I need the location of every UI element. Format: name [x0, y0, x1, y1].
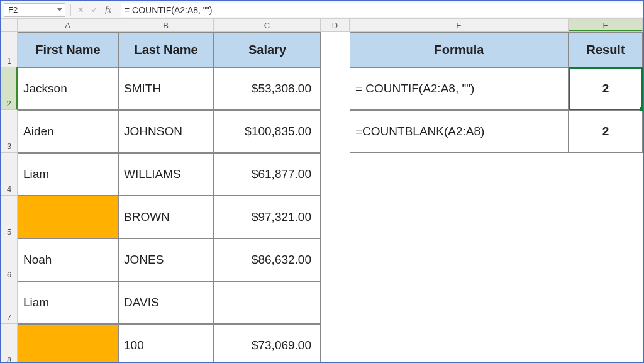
row-1: 1 First Name Last Name Salary Formula Re…	[1, 32, 643, 67]
row-header-1[interactable]: 1	[1, 32, 18, 67]
column-headers: A B C D E F	[1, 19, 643, 32]
row-4: 4 Liam WILLIAMS $61,877.00	[1, 153, 643, 196]
row-header-8[interactable]: 8	[1, 324, 18, 363]
cell-D8[interactable]	[321, 324, 350, 363]
col-header-B[interactable]: B	[118, 19, 214, 31]
cell-C2[interactable]: $53,308.00	[214, 67, 321, 110]
formula-input[interactable]: = COUNTIF(A2:A8, "")	[121, 3, 643, 17]
header-formula[interactable]: Formula	[350, 32, 569, 67]
cell-D6[interactable]	[321, 238, 350, 281]
cell-E6[interactable]	[350, 238, 569, 281]
cell-B6[interactable]: JONES	[118, 238, 214, 281]
col-header-E[interactable]: E	[350, 19, 569, 31]
cell-F2[interactable]: 2	[569, 67, 643, 110]
row-8: 8 100 $73,069.00	[1, 324, 643, 363]
cell-B2[interactable]: SMITH	[118, 67, 214, 110]
name-box-value: F2	[8, 5, 18, 14]
cell-D3[interactable]	[321, 110, 350, 153]
cell-D4[interactable]	[321, 153, 350, 196]
chevron-down-icon[interactable]	[57, 8, 62, 11]
fx-icon[interactable]: fx	[101, 3, 115, 17]
cell-A7[interactable]: Liam	[18, 281, 118, 324]
row-header-3[interactable]: 3	[1, 110, 18, 153]
cell-B8[interactable]: 100	[118, 324, 214, 363]
row-6: 6 Noah JONES $86,632.00	[1, 238, 643, 281]
name-box[interactable]: F2	[4, 3, 65, 17]
cell-C5[interactable]: $97,321.00	[214, 196, 321, 238]
cancel-icon[interactable]: ✕	[74, 3, 87, 17]
cell-C3[interactable]: $100,835.00	[214, 110, 321, 153]
col-header-D[interactable]: D	[321, 19, 350, 31]
cell-E2[interactable]: = COUNTIF(A2:A8, "")	[350, 67, 569, 110]
cell-D5[interactable]	[321, 196, 350, 238]
cell-F7[interactable]	[569, 281, 643, 324]
cell-E7[interactable]	[350, 281, 569, 324]
cell-B5[interactable]: BROWN	[118, 196, 214, 238]
separator	[118, 4, 118, 16]
header-last-name[interactable]: Last Name	[118, 32, 214, 67]
row-header-6[interactable]: 6	[1, 238, 18, 281]
header-result[interactable]: Result	[569, 32, 643, 67]
row-header-2[interactable]: 2	[1, 67, 18, 110]
cell-E5[interactable]	[350, 196, 569, 238]
row-2: 2 Jackson SMITH $53,308.00 = COUNTIF(A2:…	[1, 67, 643, 110]
cell-E4[interactable]	[350, 153, 569, 196]
cell-A8[interactable]	[18, 324, 118, 363]
cell-A4[interactable]: Liam	[18, 153, 118, 196]
row-header-5[interactable]: 5	[1, 196, 18, 238]
cell-D1[interactable]	[321, 32, 350, 67]
row-7: 7 Liam DAVIS	[1, 281, 643, 324]
row-header-7[interactable]: 7	[1, 281, 18, 324]
cell-F6[interactable]	[569, 238, 643, 281]
col-header-A[interactable]: A	[18, 19, 118, 31]
cell-A3[interactable]: Aiden	[18, 110, 118, 153]
cell-E3[interactable]: =COUNTBLANK(A2:A8)	[350, 110, 569, 153]
cell-F8[interactable]	[569, 324, 643, 363]
spreadsheet-grid: A B C D E F 1 First Name Last Name Salar…	[1, 19, 643, 363]
col-header-C[interactable]: C	[214, 19, 321, 31]
formula-bar: F2 ✕ ✓ fx = COUNTIF(A2:A8, "")	[1, 1, 643, 19]
cell-D2[interactable]	[321, 67, 350, 110]
header-first-name[interactable]: First Name	[18, 32, 118, 67]
enter-icon[interactable]: ✓	[87, 3, 101, 17]
row-5: 5 BROWN $97,321.00	[1, 196, 643, 238]
cell-A6[interactable]: Noah	[18, 238, 118, 281]
cell-C7[interactable]	[214, 281, 321, 324]
row-3: 3 Aiden JOHNSON $100,835.00 =COUNTBLANK(…	[1, 110, 643, 153]
cell-F3[interactable]: 2	[569, 110, 643, 153]
row-header-4[interactable]: 4	[1, 153, 18, 196]
select-all-corner[interactable]	[1, 19, 18, 31]
cell-C8[interactable]: $73,069.00	[214, 324, 321, 363]
cell-A2[interactable]: Jackson	[18, 67, 118, 110]
cell-C6[interactable]: $86,632.00	[214, 238, 321, 281]
cell-B3[interactable]: JOHNSON	[118, 110, 214, 153]
rows: 1 First Name Last Name Salary Formula Re…	[1, 32, 643, 363]
col-header-F[interactable]: F	[569, 19, 643, 31]
cell-B7[interactable]: DAVIS	[118, 281, 214, 324]
cell-F5[interactable]	[569, 196, 643, 238]
cell-A5[interactable]	[18, 196, 118, 238]
cell-F4[interactable]	[569, 153, 643, 196]
cell-D7[interactable]	[321, 281, 350, 324]
separator	[70, 4, 71, 16]
cell-B4[interactable]: WILLIAMS	[118, 153, 214, 196]
cell-E8[interactable]	[350, 324, 569, 363]
cell-C4[interactable]: $61,877.00	[214, 153, 321, 196]
header-salary[interactable]: Salary	[214, 32, 321, 67]
